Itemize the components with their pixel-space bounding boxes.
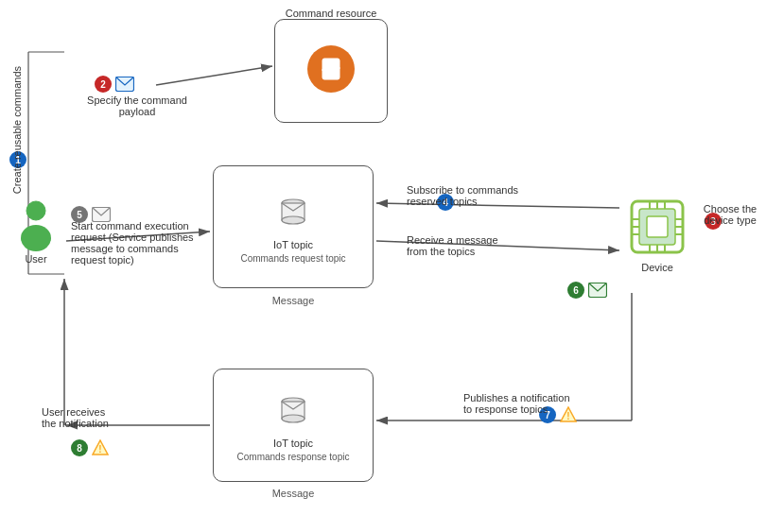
step6-container: 6 [567,282,607,299]
iot-topic-2-label: IoT topic [273,437,313,450]
step4b-label: Receive a messagefrom the topics [407,234,563,257]
step6-badge: 6 [567,282,584,299]
iot-topic-box-1: IoT topic Commands request topic [213,165,374,288]
step2-badge: 2 [95,76,112,93]
user-label: User [25,253,46,265]
command-resource-box [274,19,388,123]
iot-icon-1 [272,190,314,234]
user-icon [14,198,58,251]
message-label-2: Message [213,488,374,499]
device-figure: Device [624,194,690,273]
diagram: Command resource IoT topic Commands requ… [0,0,766,532]
iot-topic-box-2: IoT topic Commands response topic [213,369,374,482]
svg-point-21 [26,201,45,220]
svg-text:!: ! [98,444,101,455]
user-figure: User [14,198,58,265]
svg-point-22 [21,225,51,251]
device-label: Device [641,262,673,273]
step6-email-icon [588,283,607,298]
step4-label: Subscribe to commandsreserved topics [407,184,563,207]
step3-label: Choose thedevice type [698,203,762,226]
device-icon [624,194,690,260]
command-resource-label: Command resource [274,8,388,19]
svg-point-20 [282,415,305,422]
step8-badge: 8 [71,439,88,456]
iot-icon-2 [272,388,314,433]
iot-topic-2-sublabel: Commands response topic [237,452,350,462]
step8-container: 8 ! [71,439,109,456]
iot-topic-1-label: IoT topic [273,238,313,251]
svg-point-17 [282,216,305,224]
svg-rect-25 [647,216,668,237]
iot-topic-1-sublabel: Commands request topic [240,253,345,264]
step7-label: Publishes a notificationto response topi… [463,392,610,415]
step8-label: User receivesthe notification [42,406,165,429]
step8-alert-icon: ! [92,439,109,456]
message-label-1: Message [213,295,374,306]
step1-label: Create reusable commands [11,66,23,194]
command-resource-icon [307,45,355,93]
svg-line-3 [156,66,272,85]
step2-email-icon [115,77,134,92]
step2-container: 2 [95,76,134,93]
step2-label: Specify the commandpayload [85,94,189,117]
step5-label: Start command executionrequest (Service … [71,220,213,266]
